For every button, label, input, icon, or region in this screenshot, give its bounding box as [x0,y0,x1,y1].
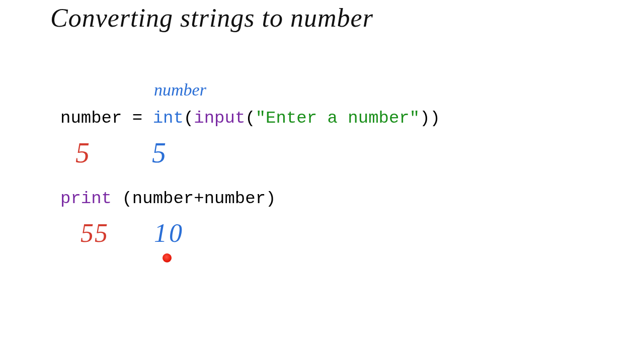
code-line-2: print (number+number) [60,189,276,208]
laser-pointer-icon [163,253,172,262]
tok-print-args: (number+number) [112,189,276,208]
tok-int: int [153,109,184,128]
tok-var: number [60,109,122,128]
tok-paren-open-1: ( [184,109,194,128]
tok-input: input [194,109,245,128]
tok-paren-close: )) [420,109,440,128]
annotation-red-5: 5 [75,137,90,169]
tok-print: print [60,189,112,208]
annotation-red-55: 55 [80,218,109,248]
annotation-blue-5: 5 [152,137,166,169]
annotation-blue-10: 10 [154,218,184,248]
title-handwriting: Converting strings to number [50,3,373,33]
tok-string-literal: "Enter a number" [256,109,420,128]
code-line-1: number = int(input("Enter a number")) [60,109,440,128]
whiteboard: Converting strings to number number numb… [0,0,644,362]
tok-assign: = [122,109,152,128]
tok-paren-open-2: ( [245,109,255,128]
annotation-number-label: number [154,80,206,100]
